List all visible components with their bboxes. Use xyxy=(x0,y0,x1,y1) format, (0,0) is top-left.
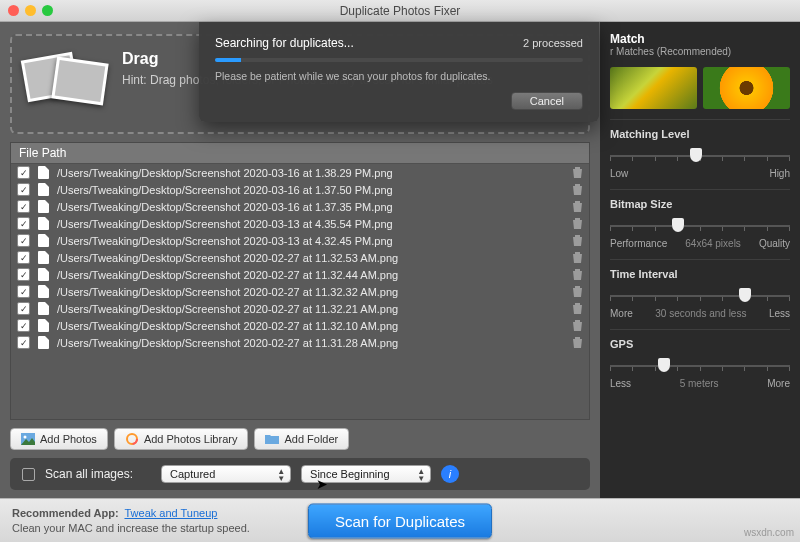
progress-title: Searching for duplicates... xyxy=(215,36,354,50)
slider-knob[interactable] xyxy=(690,148,702,162)
time-title: Time Interval xyxy=(610,268,790,280)
preview-sunflower-icon[interactable] xyxy=(703,67,790,109)
add-photos-button[interactable]: Add Photos xyxy=(10,428,108,450)
file-path: /Users/Tweaking/Desktop/Screenshot 2020-… xyxy=(57,320,564,332)
table-row[interactable]: ✓/Users/Tweaking/Desktop/Screenshot 2020… xyxy=(11,266,589,283)
table-row[interactable]: ✓/Users/Tweaking/Desktop/Screenshot 2020… xyxy=(11,249,589,266)
file-list-box: File Path ✓/Users/Tweaking/Desktop/Scree… xyxy=(10,142,590,420)
row-checkbox[interactable]: ✓ xyxy=(17,234,30,247)
row-checkbox[interactable]: ✓ xyxy=(17,183,30,196)
scan-options-bar: Scan all images: Captured▲▼ Since Beginn… xyxy=(10,458,590,490)
bitmap-title: Bitmap Size xyxy=(610,198,790,210)
file-list[interactable]: ✓/Users/Tweaking/Desktop/Screenshot 2020… xyxy=(11,164,589,419)
trash-icon[interactable] xyxy=(572,285,583,298)
progress-sheet: Searching for duplicates... 2 processed … xyxy=(199,22,599,122)
file-icon xyxy=(38,234,49,247)
table-row[interactable]: ✓/Users/Tweaking/Desktop/Screenshot 2020… xyxy=(11,232,589,249)
file-icon xyxy=(38,183,49,196)
footer: Recommended App: Tweak and Tuneup Clean … xyxy=(0,498,800,542)
table-row[interactable]: ✓/Users/Tweaking/Desktop/Screenshot 2020… xyxy=(11,317,589,334)
captured-select[interactable]: Captured▲▼ xyxy=(161,465,291,483)
time-interval-panel: Time Interval More30 seconds and lessLes… xyxy=(610,259,790,319)
file-path: /Users/Tweaking/Desktop/Screenshot 2020-… xyxy=(57,337,564,349)
table-row[interactable]: ✓/Users/Tweaking/Desktop/Screenshot 2020… xyxy=(11,181,589,198)
trash-icon[interactable] xyxy=(572,234,583,247)
bitmap-slider[interactable] xyxy=(610,218,790,234)
row-checkbox[interactable]: ✓ xyxy=(17,251,30,264)
trash-icon[interactable] xyxy=(572,302,583,315)
cancel-button[interactable]: Cancel xyxy=(511,92,583,110)
right-panel: Match r Matches (Recommended) Matching L… xyxy=(600,22,800,498)
scan-duplicates-button[interactable]: Scan for Duplicates xyxy=(308,503,492,538)
folder-icon xyxy=(265,433,279,445)
add-photos-library-button[interactable]: Add Photos Library xyxy=(114,428,249,450)
table-row[interactable]: ✓/Users/Tweaking/Desktop/Screenshot 2020… xyxy=(11,215,589,232)
watermark: wsxdn.com xyxy=(744,527,794,538)
file-icon xyxy=(38,268,49,281)
file-path: /Users/Tweaking/Desktop/Screenshot 2020-… xyxy=(57,269,564,281)
file-path: /Users/Tweaking/Desktop/Screenshot 2020-… xyxy=(57,167,564,179)
row-checkbox[interactable]: ✓ xyxy=(17,200,30,213)
recommended-link[interactable]: Tweak and Tuneup xyxy=(124,507,217,519)
gps-slider[interactable] xyxy=(610,358,790,374)
chevron-updown-icon: ▲▼ xyxy=(277,468,285,482)
file-icon xyxy=(38,200,49,213)
table-row[interactable]: ✓/Users/Tweaking/Desktop/Screenshot 2020… xyxy=(11,300,589,317)
file-path: /Users/Tweaking/Desktop/Screenshot 2020-… xyxy=(57,303,564,315)
matching-level-panel: Matching Level LowHigh xyxy=(610,119,790,179)
add-folder-button[interactable]: Add Folder xyxy=(254,428,349,450)
file-icon xyxy=(38,166,49,179)
chevron-updown-icon: ▲▼ xyxy=(417,468,425,482)
info-icon[interactable]: i xyxy=(441,465,459,483)
scan-all-label: Scan all images: xyxy=(45,467,133,481)
file-path: /Users/Tweaking/Desktop/Screenshot 2020-… xyxy=(57,286,564,298)
row-checkbox[interactable]: ✓ xyxy=(17,166,30,179)
table-row[interactable]: ✓/Users/Tweaking/Desktop/Screenshot 2020… xyxy=(11,164,589,181)
photo-icon xyxy=(21,433,35,445)
row-checkbox[interactable]: ✓ xyxy=(17,268,30,281)
window-title: Duplicate Photos Fixer xyxy=(0,4,800,18)
trash-icon[interactable] xyxy=(572,268,583,281)
titlebar: Duplicate Photos Fixer xyxy=(0,0,800,22)
progress-bar xyxy=(215,58,583,62)
matching-level-slider[interactable] xyxy=(610,148,790,164)
scan-all-checkbox[interactable] xyxy=(22,468,35,481)
row-checkbox[interactable]: ✓ xyxy=(17,319,30,332)
file-path: /Users/Tweaking/Desktop/Screenshot 2020-… xyxy=(57,201,564,213)
row-checkbox[interactable]: ✓ xyxy=(17,336,30,349)
slider-knob[interactable] xyxy=(739,288,751,302)
table-row[interactable]: ✓/Users/Tweaking/Desktop/Screenshot 2020… xyxy=(11,283,589,300)
svg-point-1 xyxy=(24,436,27,439)
trash-icon[interactable] xyxy=(572,200,583,213)
since-select[interactable]: Since Beginning▲▼ xyxy=(301,465,431,483)
drop-thumbnail-icon xyxy=(24,50,108,118)
match-title: Match xyxy=(610,32,790,46)
trash-icon[interactable] xyxy=(572,183,583,196)
file-icon xyxy=(38,251,49,264)
preview-flower-icon[interactable] xyxy=(610,67,697,109)
trash-icon[interactable] xyxy=(572,319,583,332)
trash-icon[interactable] xyxy=(572,336,583,349)
time-slider[interactable] xyxy=(610,288,790,304)
file-icon xyxy=(38,336,49,349)
row-checkbox[interactable]: ✓ xyxy=(17,217,30,230)
slider-knob[interactable] xyxy=(658,358,670,372)
table-row[interactable]: ✓/Users/Tweaking/Desktop/Screenshot 2020… xyxy=(11,198,589,215)
trash-icon[interactable] xyxy=(572,217,583,230)
bitmap-size-panel: Bitmap Size Performance64x64 pixelsQuali… xyxy=(610,189,790,249)
add-photos-label: Add Photos xyxy=(40,433,97,445)
file-path: /Users/Tweaking/Desktop/Screenshot 2020-… xyxy=(57,252,564,264)
file-path: /Users/Tweaking/Desktop/Screenshot 2020-… xyxy=(57,235,564,247)
row-checkbox[interactable]: ✓ xyxy=(17,302,30,315)
library-icon xyxy=(125,433,139,445)
table-row[interactable]: ✓/Users/Tweaking/Desktop/Screenshot 2020… xyxy=(11,334,589,351)
match-subtitle: r Matches (Recommended) xyxy=(610,46,790,57)
file-path: /Users/Tweaking/Desktop/Screenshot 2020-… xyxy=(57,184,564,196)
trash-icon[interactable] xyxy=(572,166,583,179)
slider-knob[interactable] xyxy=(672,218,684,232)
file-list-header: File Path xyxy=(11,143,589,164)
gps-panel: GPS Less5 metersMore xyxy=(610,329,790,389)
trash-icon[interactable] xyxy=(572,251,583,264)
row-checkbox[interactable]: ✓ xyxy=(17,285,30,298)
add-folder-label: Add Folder xyxy=(284,433,338,445)
